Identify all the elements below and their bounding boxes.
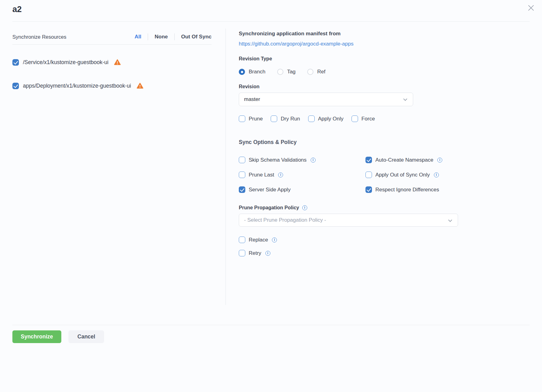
footer-actions: Synchronize Cancel bbox=[12, 330, 104, 343]
checkbox-label: Force bbox=[361, 116, 375, 122]
checkbox-label: Apply Only bbox=[318, 116, 343, 122]
info-icon[interactable] bbox=[302, 205, 307, 210]
checkbox-icon[interactable] bbox=[308, 115, 315, 122]
checkbox-label: Retry bbox=[249, 250, 261, 256]
close-icon[interactable] bbox=[527, 4, 535, 11]
checkbox-label: Apply Out of Sync Only bbox=[375, 172, 430, 178]
chevron-down-icon bbox=[403, 97, 407, 101]
panel-divider bbox=[225, 28, 226, 305]
sync-flags-row: Prune Dry Run Apply Only Force bbox=[239, 115, 458, 122]
checkbox-icon[interactable] bbox=[239, 115, 245, 122]
radio-selected-icon[interactable] bbox=[239, 69, 245, 75]
checkbox-icon[interactable] bbox=[239, 157, 245, 163]
resources-divider bbox=[12, 44, 212, 45]
info-icon[interactable] bbox=[265, 251, 270, 256]
radio-label: Branch bbox=[249, 69, 265, 75]
checkbox-label: Auto-Create Namespace bbox=[375, 157, 433, 163]
revision-select[interactable]: master bbox=[239, 93, 413, 106]
resource-filters: All None Out Of Sync bbox=[135, 33, 212, 40]
manifest-heading: Synchronizing application manifest from bbox=[239, 30, 458, 37]
skip-schema-validations-checkbox[interactable]: Skip Schema Validations bbox=[239, 157, 365, 163]
checkbox-icon[interactable] bbox=[352, 115, 358, 122]
radio-tag[interactable]: Tag bbox=[277, 69, 295, 75]
radio-ref[interactable]: Ref bbox=[307, 69, 325, 75]
filter-out-of-sync[interactable]: Out Of Sync bbox=[181, 34, 212, 40]
radio-label: Tag bbox=[287, 69, 295, 75]
info-icon[interactable] bbox=[311, 158, 316, 163]
footer-divider bbox=[12, 325, 530, 325]
checkbox-label: Server Side Apply bbox=[249, 187, 291, 193]
checkbox-icon[interactable] bbox=[365, 172, 372, 178]
resource-row-service: /Service/x1/kustomize-guestbook-ui bbox=[12, 59, 212, 66]
sync-options-panel: Synchronizing application manifest from … bbox=[239, 30, 458, 256]
prune-checkbox[interactable]: Prune bbox=[239, 115, 263, 122]
info-icon[interactable] bbox=[437, 158, 442, 163]
warning-icon bbox=[114, 59, 121, 66]
prune-propagation-policy-label-row: Prune Propagation Policy bbox=[239, 205, 458, 211]
repo-url-link[interactable]: https://github.com/argoproj/argocd-examp… bbox=[239, 41, 353, 47]
prune-propagation-policy-select[interactable]: - Select Prune Propagation Policy - bbox=[239, 214, 458, 227]
checkbox-label: Replace bbox=[249, 237, 268, 243]
revision-type-radios: Branch Tag Ref bbox=[239, 69, 458, 75]
resource-checkbox[interactable] bbox=[12, 59, 19, 66]
resource-row-deployment: apps/Deployment/x1/kustomize-guestbook-u… bbox=[12, 82, 212, 89]
revision-select-value: master bbox=[244, 96, 260, 102]
filter-separator bbox=[148, 33, 148, 40]
revision-label: Revision bbox=[239, 84, 458, 90]
radio-unselected-icon[interactable] bbox=[307, 69, 313, 75]
checkbox-icon[interactable] bbox=[239, 237, 245, 243]
resources-heading: Synchronize Resources bbox=[12, 34, 66, 40]
revision-type-label: Revision Type bbox=[239, 56, 458, 62]
sync-options-grid: Skip Schema Validations Auto-Create Name… bbox=[239, 157, 458, 193]
resources-header: Synchronize Resources All None Out Of Sy… bbox=[12, 31, 212, 43]
apply-out-of-sync-only-checkbox[interactable]: Apply Out of Sync Only bbox=[365, 172, 458, 178]
checkbox-icon[interactable] bbox=[239, 186, 245, 193]
checkbox-label: Prune Last bbox=[249, 172, 274, 178]
radio-branch[interactable]: Branch bbox=[239, 69, 265, 75]
resource-checkbox[interactable] bbox=[12, 83, 19, 89]
checkbox-icon[interactable] bbox=[365, 157, 372, 163]
checkbox-label: Respect Ignore Differences bbox=[375, 187, 439, 193]
chevron-down-icon bbox=[448, 218, 452, 222]
checkbox-icon[interactable] bbox=[365, 186, 372, 193]
server-side-apply-checkbox[interactable]: Server Side Apply bbox=[239, 186, 365, 193]
filter-separator bbox=[174, 33, 175, 40]
header-divider bbox=[12, 21, 530, 22]
checkbox-label: Skip Schema Validations bbox=[249, 157, 307, 163]
checkbox-icon[interactable] bbox=[239, 250, 245, 256]
retry-checkbox[interactable]: Retry bbox=[239, 250, 458, 256]
info-icon[interactable] bbox=[272, 237, 277, 242]
resource-label: /Service/x1/kustomize-guestbook-ui bbox=[23, 59, 108, 66]
checkbox-label: Prune bbox=[249, 116, 263, 122]
replace-checkbox[interactable]: Replace bbox=[239, 237, 458, 243]
info-icon[interactable] bbox=[434, 172, 439, 177]
apply-only-checkbox[interactable]: Apply Only bbox=[308, 115, 343, 122]
respect-ignore-differences-checkbox[interactable]: Respect Ignore Differences bbox=[365, 186, 458, 193]
checkbox-icon[interactable] bbox=[239, 172, 245, 178]
resource-label: apps/Deployment/x1/kustomize-guestbook-u… bbox=[23, 83, 131, 89]
radio-unselected-icon[interactable] bbox=[277, 69, 283, 75]
filter-none[interactable]: None bbox=[155, 34, 168, 40]
cancel-button[interactable]: Cancel bbox=[68, 330, 104, 343]
warning-icon bbox=[137, 82, 143, 89]
force-checkbox[interactable]: Force bbox=[352, 115, 375, 122]
dry-run-checkbox[interactable]: Dry Run bbox=[271, 115, 300, 122]
resources-panel: Synchronize Resources All None Out Of Sy… bbox=[12, 31, 212, 89]
prune-last-checkbox[interactable]: Prune Last bbox=[239, 172, 365, 178]
page-title: a2 bbox=[12, 3, 22, 15]
prune-propagation-policy-label: Prune Propagation Policy bbox=[239, 205, 299, 211]
synchronize-button[interactable]: Synchronize bbox=[12, 330, 61, 343]
filter-all[interactable]: All bbox=[135, 34, 142, 40]
checkbox-label: Dry Run bbox=[281, 116, 300, 122]
radio-label: Ref bbox=[317, 69, 325, 75]
auto-create-namespace-checkbox[interactable]: Auto-Create Namespace bbox=[365, 157, 458, 163]
select-placeholder: - Select Prune Propagation Policy - bbox=[244, 217, 326, 223]
sync-options-heading: Sync Options & Policy bbox=[239, 139, 458, 146]
info-icon[interactable] bbox=[278, 172, 283, 177]
checkbox-icon[interactable] bbox=[271, 115, 277, 122]
